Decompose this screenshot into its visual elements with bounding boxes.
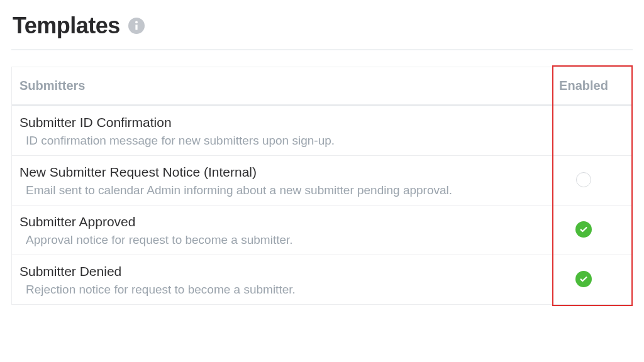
column-header-submitters: Submitters [19,79,543,93]
enabled-cell [543,214,625,244]
table-row[interactable]: New Submitter Request Notice (Internal)E… [12,156,632,206]
template-description: Rejection notice for request to become a… [19,283,538,297]
template-description: Approval notice for request to become a … [19,233,538,247]
info-icon[interactable] [128,17,145,35]
table-row[interactable]: Submitter DeniedRejection notice for req… [12,255,632,305]
empty-status-icon[interactable] [576,172,591,187]
svg-rect-1 [135,25,137,30]
column-header-enabled: Enabled [543,79,625,93]
svg-point-2 [135,21,138,23]
page-header: Templates [11,13,633,39]
row-main: Submitter ApprovedApproval notice for re… [19,214,543,247]
enabled-cell [543,165,625,195]
row-main: Submitter DeniedRejection notice for req… [19,264,543,297]
checkmark-icon[interactable] [575,271,592,287]
divider [11,49,633,50]
row-main: New Submitter Request Notice (Internal)E… [19,165,543,197]
template-title: Submitter ID Confirmation [19,115,538,130]
table-row[interactable]: Submitter ID ConfirmationID confirmation… [12,106,632,156]
enabled-cell [543,264,625,294]
template-title: Submitter Approved [19,214,538,229]
template-title: New Submitter Request Notice (Internal) [19,165,538,180]
templates-table: Submitters Enabled Submitter ID Confirma… [11,67,633,305]
template-description: ID confirmation message for new submitte… [19,134,538,148]
enabled-cell [543,115,625,145]
template-title: Submitter Denied [19,264,538,279]
table-row[interactable]: Submitter ApprovedApproval notice for re… [12,206,632,255]
row-main: Submitter ID ConfirmationID confirmation… [19,115,543,148]
template-description: Email sent to calendar Admin informing a… [19,184,538,197]
page-title: Templates [13,13,120,39]
checkmark-icon[interactable] [575,221,592,238]
